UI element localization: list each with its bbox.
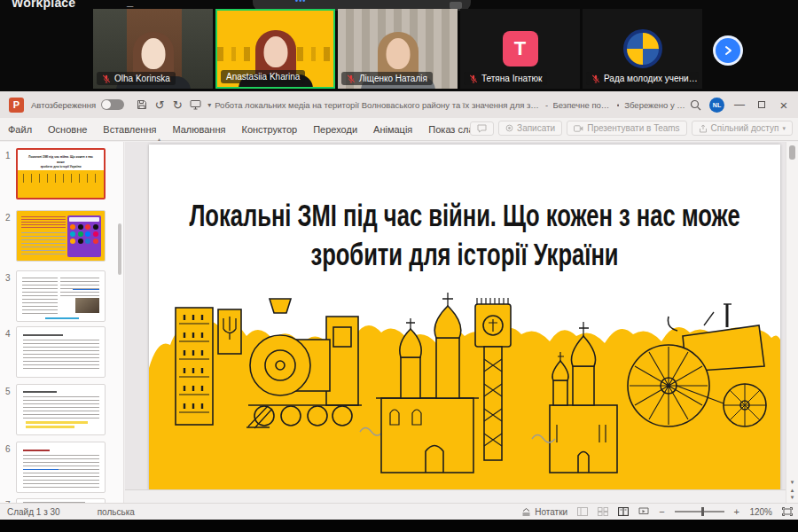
slide-canvas[interactable]: Локальні ЗМІ під час війни. Що кожен з н… xyxy=(125,142,786,490)
maximize-icon xyxy=(758,101,765,108)
normal-view-button[interactable] xyxy=(577,507,588,516)
save-icon[interactable] xyxy=(133,96,151,113)
language-indicator[interactable]: польська xyxy=(98,507,135,517)
mic-muted-icon xyxy=(102,74,111,83)
previous-slide-icon[interactable]: ▴ xyxy=(791,487,794,494)
participant-name-label: Anastasiia Kharina xyxy=(221,70,305,83)
tab-design[interactable]: Конструктор xyxy=(233,118,305,141)
reading-view-button[interactable] xyxy=(618,507,629,516)
participant-tile-lishchenko[interactable]: Ліщенко Наталія xyxy=(338,9,458,89)
slide-indicator[interactable]: Слайд 1 з 30 xyxy=(7,507,60,517)
search-icon[interactable] xyxy=(690,99,701,111)
zoom-in-button[interactable]: + xyxy=(734,506,739,517)
apartment-building-illustration xyxy=(176,308,213,425)
undo-icon[interactable]: ↺ xyxy=(151,96,168,113)
redo-icon[interactable]: ↻ xyxy=(168,96,186,113)
tab-file[interactable]: Файл xyxy=(0,118,40,141)
fit-to-window-button[interactable] xyxy=(782,507,793,516)
participant-tile-olha[interactable]: Olha Korinska xyxy=(93,9,213,89)
thumbnail-slide-3[interactable] xyxy=(16,270,106,322)
scrollbar-thumb[interactable] xyxy=(789,145,795,160)
notes-icon xyxy=(521,507,531,516)
thumbnail-scrollbar[interactable] xyxy=(118,223,121,275)
thumbnail-photo xyxy=(75,298,99,313)
powerpoint-window: P Автозбереження ↺ ↻ ▾ Робота локальних … xyxy=(0,91,798,520)
tractor-illustration xyxy=(628,304,766,426)
slide-sorter-view-button[interactable] xyxy=(598,507,608,516)
thumbnail-number: 4 xyxy=(5,329,11,339)
zoom-level[interactable]: 120% xyxy=(749,507,772,517)
share-button[interactable]: Спільний доступ ▾ xyxy=(692,121,793,136)
chevron-right-icon xyxy=(716,38,740,63)
present-in-teams-button[interactable]: Презентувати в Teams xyxy=(567,121,686,136)
current-slide[interactable]: Локальні ЗМІ під час війни. Що кожен з н… xyxy=(149,145,780,490)
share-icon xyxy=(699,124,708,133)
comment-icon xyxy=(477,124,487,133)
comments-button[interactable] xyxy=(470,121,494,136)
ribbon-collapse-icon[interactable]: ▴ xyxy=(158,136,160,142)
canvas-scrollbar[interactable]: ▾ ▴ ▾ xyxy=(786,142,798,503)
zoom-slider-thumb[interactable] xyxy=(701,507,704,516)
participant-name-label: Olha Korinska xyxy=(97,72,176,85)
more-options-icon[interactable]: ••• xyxy=(295,0,306,5)
thumbnail-slide-4[interactable] xyxy=(16,326,106,378)
overlay-handle[interactable] xyxy=(450,2,462,9)
maximize-button[interactable] xyxy=(755,98,769,111)
tab-home[interactable]: Основне xyxy=(40,118,95,141)
quick-access-more-icon[interactable]: ▾ xyxy=(204,96,215,113)
zoom-out-button[interactable]: − xyxy=(659,506,664,517)
account-avatar[interactable]: NL xyxy=(709,98,724,113)
participant-name-label: Рада молодих учени… xyxy=(586,72,699,85)
slideshow-view-button[interactable] xyxy=(638,507,649,516)
close-button[interactable]: × xyxy=(777,98,791,113)
participant-tile-anastasiia[interactable]: Anastasiia Kharina xyxy=(215,9,335,89)
overlay-minimize-icon[interactable]: _ xyxy=(127,0,133,8)
title-bar: P Автозбереження ↺ ↻ ▾ Робота локальних … xyxy=(0,91,798,118)
thumbnail-number: 3 xyxy=(5,273,11,283)
participant-tile-rada[interactable]: Рада молодих учени… xyxy=(583,9,702,89)
tab-insert[interactable]: Вставлення xyxy=(95,118,164,141)
meeting-gallery-strip: Workplace _ ••• Olha Korinska xyxy=(0,0,798,91)
saved-status-label[interactable]: Збережено у цей ПК xyxy=(624,100,690,110)
scroll-down-icon[interactable]: ▾ xyxy=(791,479,794,486)
document-title: Робота локальних медіа на території Волн… xyxy=(215,100,690,110)
display-settings-icon[interactable] xyxy=(186,96,204,113)
notes-button[interactable]: Нотатки xyxy=(521,507,567,517)
thumbnail-number: 5 xyxy=(5,387,11,396)
participant-tile-tetiana[interactable]: Т Тетяна Ігнатюк xyxy=(460,9,580,89)
title-separator: - xyxy=(545,100,548,110)
meeting-window-title: Workplace xyxy=(12,0,75,10)
thumbnail-slide-1[interactable]: Локальні ЗМІ під час війни. Що кожен з н… xyxy=(16,148,106,200)
bottom-black-strip xyxy=(0,520,798,532)
letter-avatar: Т xyxy=(503,31,538,66)
thumbnail-number: 2 xyxy=(5,213,11,223)
participant-name-label: Тетяна Ігнатюк xyxy=(464,72,547,85)
dot-separator: • xyxy=(617,100,620,110)
thumbnail-slide-6[interactable] xyxy=(16,442,106,493)
document-name: Робота локальних медіа на території Волн… xyxy=(215,100,540,110)
record-button[interactable]: Записати xyxy=(498,121,562,136)
share-caret-icon: ▾ xyxy=(782,125,786,132)
thumbnail-slide-5[interactable] xyxy=(16,384,106,435)
workspace: 1 Локальні ЗМІ під час війни. Що кожен з… xyxy=(0,142,798,503)
slide-title-textbox[interactable]: Локальні ЗМІ під час війни. Що кожен з н… xyxy=(174,196,756,275)
autosave-toggle[interactable] xyxy=(101,99,124,110)
mic-muted-icon xyxy=(469,74,478,83)
next-slide-icon[interactable]: ▾ xyxy=(791,494,794,501)
minimize-button[interactable]: — xyxy=(732,98,747,111)
tab-transitions[interactable]: Переходи xyxy=(305,118,365,141)
participant-name-label: Ліщенко Наталія xyxy=(341,72,433,85)
powerpoint-app-icon[interactable]: P xyxy=(9,98,24,113)
tab-draw[interactable]: Малювання xyxy=(164,118,233,141)
gallery-next-page-button[interactable] xyxy=(713,35,743,66)
protected-view-label: Безпечне подання xyxy=(553,100,612,110)
social-icons-panel xyxy=(67,215,101,257)
ribbon-tab-bar: Файл Основне Вставлення Малювання Констр… xyxy=(0,118,798,141)
thumbnail-slide-2[interactable] xyxy=(16,210,106,262)
tab-animations[interactable]: Анімація xyxy=(365,118,420,141)
status-bar: Слайд 1 з 30 польська Нотатки xyxy=(0,503,798,520)
trident-flag-illustration xyxy=(218,309,241,354)
thumbnail-number: 6 xyxy=(5,444,11,454)
titlebar-right-controls: NL — × xyxy=(690,98,791,113)
zoom-slider[interactable] xyxy=(675,511,724,512)
